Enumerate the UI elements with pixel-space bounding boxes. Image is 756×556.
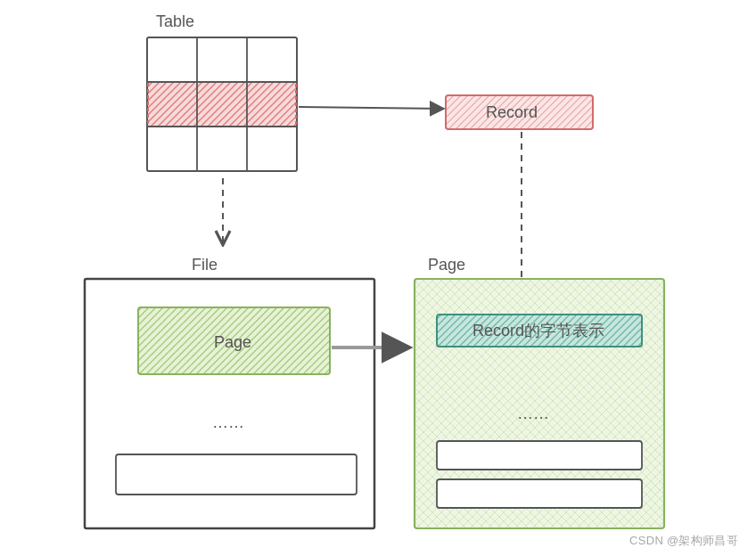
page-empty-slot-2 [437,479,642,508]
table-grid [147,37,297,171]
file-title: File [192,256,218,274]
page-title: Page [428,256,465,274]
file-page-label: Page [214,333,251,351]
file-ellipsis: …… [212,413,244,431]
file-empty-slot [116,454,357,495]
record-bytes-label: Record的字节表示 [472,322,604,339]
page-panel: Record的字节表示 …… [415,279,664,528]
file-panel: Page …… [85,279,374,528]
watermark: CSDN @架构师昌哥 [629,533,738,549]
table-label: Table [156,12,194,30]
page-ellipsis: …… [517,405,549,422]
record-box: Record [446,95,593,129]
diagram-root: Table Record File Page …… Page [0,0,756,556]
table-highlighted-row [148,82,296,127]
record-label: Record [486,103,538,121]
page-empty-slot-1 [437,441,642,470]
arrow-table-to-record [299,107,444,109]
